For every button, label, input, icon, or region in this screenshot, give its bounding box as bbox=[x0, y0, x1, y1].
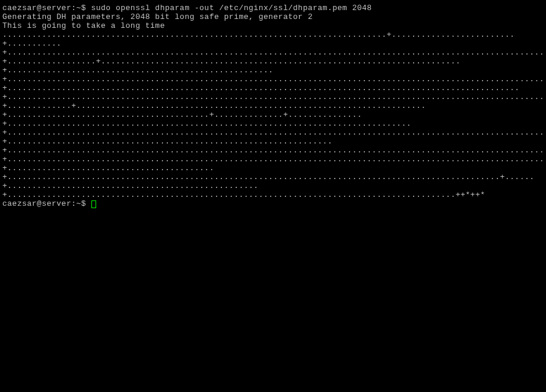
prompt-user-host-2: caezsar@server:~$ bbox=[2, 199, 86, 208]
output-line-2: This is going to take a long time bbox=[2, 21, 544, 30]
prompt-user-host: caezsar@server:~$ bbox=[2, 4, 86, 12]
prompt-line-2[interactable]: caezsar@server:~$ bbox=[2, 199, 544, 208]
output-line-1: Generating DH parameters, 2048 bit long … bbox=[2, 12, 544, 21]
cursor-icon bbox=[91, 200, 96, 208]
prompt-line-1: caezsar@server:~$ sudo openssl dhparam -… bbox=[2, 4, 544, 12]
command-text: sudo openssl dhparam -out /etc/nginx/ssl… bbox=[86, 4, 372, 12]
dh-generation-progress: ........................................… bbox=[2, 30, 544, 199]
